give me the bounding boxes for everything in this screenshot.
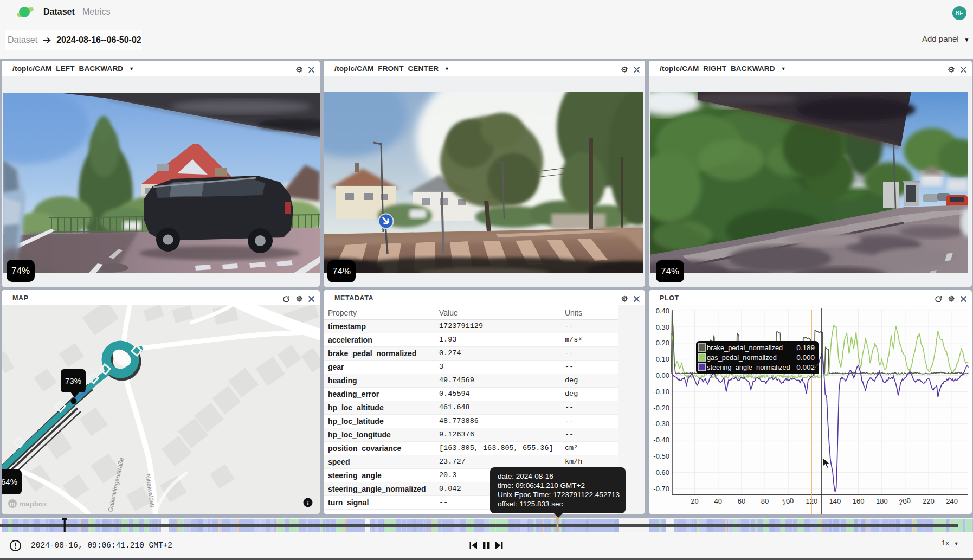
- svg-text:gas_pedal_normalized: gas_pedal_normalized: [707, 353, 777, 362]
- svg-text:0.002: 0.002: [796, 363, 815, 371]
- svg-text:0.40: 0.40: [656, 307, 669, 315]
- svg-text:20: 20: [691, 497, 698, 505]
- svg-text:60: 60: [738, 497, 745, 505]
- svg-text:64%: 64%: [2, 477, 17, 486]
- svg-text:-0.30: -0.30: [653, 420, 669, 428]
- svg-text:-0.70: -0.70: [653, 485, 669, 493]
- svg-text:0.189: 0.189: [796, 344, 815, 352]
- svg-text:brake_pedal_normalized: brake_pedal_normalized: [707, 344, 783, 352]
- svg-text:80: 80: [761, 497, 769, 505]
- svg-text:m: m: [10, 501, 15, 507]
- svg-text:-0.20: -0.20: [653, 404, 669, 412]
- svg-text:0.10: 0.10: [656, 355, 669, 363]
- svg-text:140: 140: [829, 497, 841, 505]
- svg-text:180: 180: [876, 497, 888, 505]
- svg-text:40: 40: [714, 497, 722, 505]
- svg-text:73%: 73%: [65, 376, 81, 385]
- svg-text:240: 240: [946, 497, 958, 505]
- svg-text:steering_angle_normalized: steering_angle_normalized: [707, 363, 790, 371]
- svg-text:-0.10: -0.10: [653, 388, 669, 396]
- svg-text:0.30: 0.30: [656, 323, 669, 331]
- svg-text:0.20: 0.20: [656, 339, 669, 347]
- svg-text:-0.50: -0.50: [653, 452, 669, 460]
- svg-text:0.00: 0.00: [656, 371, 669, 379]
- svg-text:-0.40: -0.40: [653, 436, 669, 444]
- svg-text:i: i: [307, 500, 308, 506]
- svg-text:160: 160: [853, 497, 865, 505]
- svg-text:-0.60: -0.60: [653, 468, 669, 477]
- svg-text:0.000: 0.000: [796, 353, 815, 362]
- svg-text:mapbox: mapbox: [19, 500, 47, 508]
- svg-text:220: 220: [923, 497, 935, 505]
